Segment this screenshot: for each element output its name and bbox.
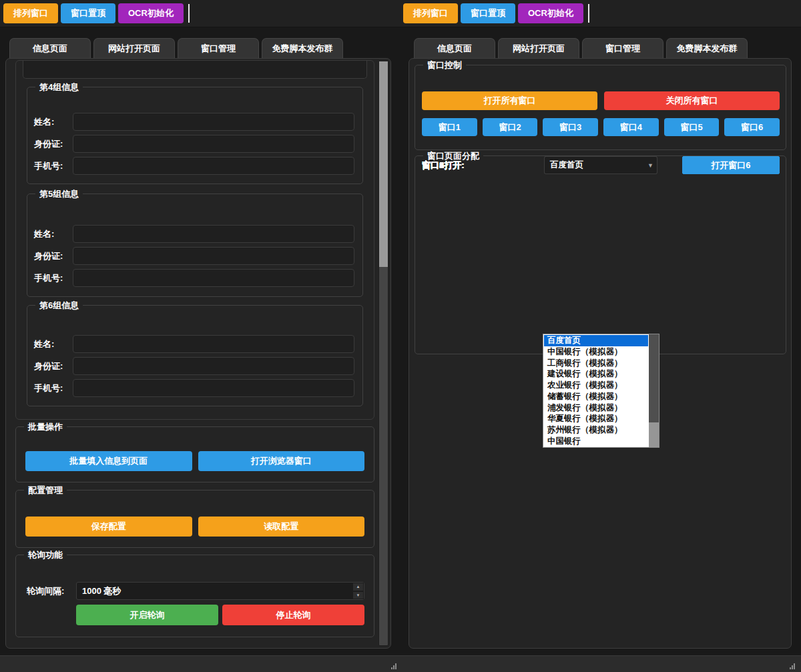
resize-grip-icon[interactable]	[790, 663, 799, 669]
start-polling-button[interactable]: 开启轮询	[76, 605, 218, 625]
polling-interval-label: 轮询间隔:	[27, 585, 76, 597]
window-assign-row: 窗口6打开: 百度首页 打开窗口6	[422, 156, 780, 174]
save-config-button[interactable]: 保存配置	[25, 517, 192, 537]
group-title: 轮询功能	[24, 549, 67, 561]
name-label: 姓名:	[34, 116, 73, 128]
dropdown-option[interactable]: 百度首页	[544, 335, 648, 346]
partial-input-field[interactable]	[23, 61, 367, 79]
info-group-6: 第6组信息 姓名: 身份证: 手机号:	[27, 305, 363, 406]
name-input[interactable]	[73, 225, 354, 243]
dropdown-scrollbar[interactable]	[649, 334, 659, 447]
tab[interactable]: 信息页面	[9, 38, 91, 59]
dropdown-option[interactable]: 储蓄银行（模拟器）	[544, 391, 648, 402]
tab[interactable]: 信息页面	[414, 38, 495, 59]
window-button[interactable]: 窗口5	[664, 118, 720, 136]
arrange-windows-button[interactable]: 排列窗口	[403, 3, 458, 23]
close-all-windows-button[interactable]: 关闭所有窗口	[604, 91, 780, 110]
ocr-init-button[interactable]: OCR初始化	[118, 3, 184, 23]
toolbar-right: 排列窗口 窗口置顶 OCR初始化	[403, 3, 589, 23]
dropdown-option[interactable]: 华夏银行（模拟器）	[544, 414, 648, 425]
spinner-up-icon[interactable]: ▲	[352, 583, 364, 591]
window-open-label: 窗口6打开:	[422, 159, 544, 172]
arrange-windows-button[interactable]: 排列窗口	[3, 3, 58, 23]
name-label: 姓名:	[34, 228, 73, 240]
status-bar	[0, 655, 801, 672]
polling-group: 轮询功能 轮询间隔: ▲ ▼ 开启轮询 停止轮询	[15, 555, 374, 637]
open-browser-windows-button[interactable]: 打开浏览器窗口	[198, 451, 365, 471]
load-config-button[interactable]: 读取配置	[198, 517, 365, 537]
stop-polling-button[interactable]: 停止轮询	[222, 605, 364, 625]
window-button[interactable]: 窗口6	[724, 118, 780, 136]
open-window-button[interactable]: 打开窗口6	[682, 156, 780, 174]
scrollbar-thumb[interactable]	[379, 61, 388, 267]
id-card-label: 身份证:	[34, 250, 73, 262]
dropdown-option-list: 百度首页中国银行（模拟器）工商银行（模拟器）建设银行（模拟器）农业银行（模拟器）…	[544, 335, 648, 446]
window-button[interactable]: 窗口3	[543, 118, 598, 136]
polling-interval-input[interactable]	[76, 582, 364, 600]
dropdown-option[interactable]: 浦发银行（模拟器）	[544, 402, 648, 414]
group-title: 第6组信息	[35, 300, 83, 312]
tab[interactable]: 免费脚本发布群	[666, 38, 748, 59]
text-caret	[588, 4, 589, 23]
selected-option-label: 百度首页	[550, 159, 583, 171]
window-topmost-button[interactable]: 窗口置顶	[461, 3, 515, 23]
tabbar-right: 信息页面网站打开页面窗口管理免费脚本发布群	[414, 38, 748, 59]
info-group-5: 第5组信息 姓名: 身份证: 手机号:	[27, 194, 363, 297]
window-page-assign-group: 窗口页面分配 窗口1打开: 百度首页 打开窗口1 窗口2打开: 百度首页	[415, 155, 786, 354]
dropdown-option[interactable]: 苏州银行（模拟器）	[544, 424, 648, 436]
dropdown-option[interactable]: 中国银行	[544, 436, 648, 446]
toolbar-left: 排列窗口 窗口置顶 OCR初始化	[3, 3, 190, 23]
group-title: 批量操作	[24, 421, 67, 433]
id-card-label: 身份证:	[34, 360, 73, 372]
dropdown-option[interactable]: 建设银行（模拟器）	[544, 368, 648, 380]
page-select-dropdown-popup: 百度首页中国银行（模拟器）工商银行（模拟器）建设银行（模拟器）农业银行（模拟器）…	[543, 334, 659, 448]
phone-input[interactable]	[73, 379, 354, 397]
phone-label: 手机号:	[34, 272, 73, 284]
vertical-scrollbar[interactable]	[378, 61, 388, 646]
text-caret	[188, 4, 190, 23]
phone-input[interactable]	[73, 157, 354, 175]
dropdown-scrollbar-thumb[interactable]	[649, 334, 659, 422]
batch-fill-button[interactable]: 批量填入信息到页面	[25, 451, 192, 471]
group-title: 第5组信息	[35, 188, 83, 200]
tab[interactable]: 网站打开页面	[498, 38, 579, 59]
tab[interactable]: 窗口管理	[582, 38, 663, 59]
page-select[interactable]: 百度首页	[544, 156, 657, 174]
open-all-windows-button[interactable]: 打开所有窗口	[422, 91, 597, 110]
id-card-input[interactable]	[73, 247, 354, 265]
chevron-down-icon	[647, 157, 653, 174]
batch-operations-group: 批量操作 批量填入信息到页面 打开浏览器窗口	[15, 426, 374, 482]
id-card-input[interactable]	[73, 135, 354, 153]
form-scroll-area: 第4组信息 姓名: 身份证: 手机号: 第5组信息 姓名: 身份证:	[15, 60, 374, 420]
name-input[interactable]	[73, 113, 354, 131]
id-card-label: 身份证:	[34, 138, 73, 150]
group-title: 配置管理	[24, 484, 67, 496]
spinner-down-icon[interactable]: ▼	[352, 591, 364, 600]
ocr-init-button[interactable]: OCR初始化	[518, 3, 583, 23]
phone-input[interactable]	[73, 269, 354, 287]
tab[interactable]: 网站打开页面	[93, 38, 175, 59]
info-page-panel: 第4组信息 姓名: 身份证: 手机号: 第5组信息 姓名: 身份证:	[5, 58, 391, 649]
dropdown-option[interactable]: 工商银行（模拟器）	[544, 358, 648, 369]
window-button[interactable]: 窗口4	[603, 118, 659, 136]
info-group-4: 第4组信息 姓名: 身份证: 手机号:	[27, 87, 363, 184]
name-input[interactable]	[73, 335, 354, 353]
window-control-group: 窗口控制 打开所有窗口 关闭所有窗口 窗口1窗口2窗口3窗口4窗口5窗口6	[415, 65, 786, 150]
name-label: 姓名:	[34, 338, 73, 350]
tabbar-left: 信息页面网站打开页面窗口管理免费脚本发布群	[9, 38, 343, 59]
phone-label: 手机号:	[34, 160, 73, 172]
config-management-group: 配置管理 保存配置 读取配置	[15, 490, 374, 548]
window-button[interactable]: 窗口2	[483, 118, 538, 136]
tab[interactable]: 窗口管理	[178, 38, 259, 59]
tab[interactable]: 免费脚本发布群	[262, 38, 343, 59]
group-title: 窗口控制	[423, 59, 466, 71]
window-topmost-button[interactable]: 窗口置顶	[61, 3, 115, 23]
dropdown-option[interactable]: 中国银行（模拟器）	[544, 346, 648, 358]
phone-label: 手机号:	[34, 382, 73, 394]
window-button[interactable]: 窗口1	[422, 118, 477, 136]
resize-grip-icon[interactable]	[391, 663, 400, 669]
id-card-input[interactable]	[73, 357, 354, 375]
group-title: 第4组信息	[35, 81, 83, 93]
dropdown-option[interactable]: 农业银行（模拟器）	[544, 380, 648, 391]
